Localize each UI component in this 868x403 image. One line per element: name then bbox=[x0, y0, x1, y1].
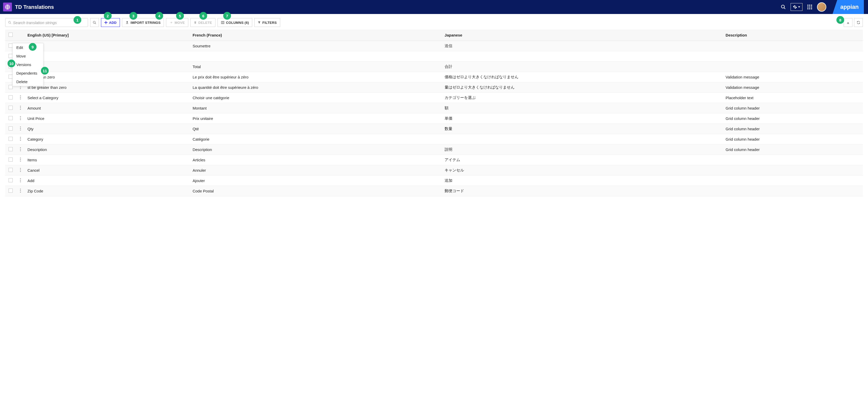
col-header-primary[interactable]: English (US) [Primary] bbox=[25, 30, 190, 41]
cell-description[interactable] bbox=[723, 62, 863, 72]
row-menu-button[interactable] bbox=[20, 116, 21, 120]
cell-primary[interactable]: Select a Category bbox=[25, 93, 190, 103]
cell-japanese[interactable]: 数量 bbox=[442, 124, 723, 134]
col-header-french[interactable]: French (France) bbox=[190, 30, 442, 41]
cell-french[interactable]: Le prix doit être supérieur à zéro bbox=[190, 72, 442, 82]
select-all-checkbox[interactable] bbox=[8, 33, 13, 37]
row-checkbox[interactable] bbox=[8, 54, 13, 58]
cell-primary[interactable]: Category bbox=[25, 134, 190, 145]
cell-japanese[interactable]: 追加 bbox=[442, 176, 723, 186]
cell-japanese[interactable]: アイテム bbox=[442, 155, 723, 165]
cell-japanese[interactable]: カテゴリーを選ぶ bbox=[442, 93, 723, 103]
menu-item-versions[interactable]: Versions bbox=[13, 60, 43, 69]
row-checkbox[interactable] bbox=[8, 137, 13, 141]
row-checkbox[interactable] bbox=[8, 95, 13, 99]
cell-french[interactable]: Annuler bbox=[190, 165, 442, 176]
cell-description[interactable]: Grid column header bbox=[723, 124, 863, 134]
cell-japanese[interactable]: 合計 bbox=[442, 62, 723, 72]
cell-french[interactable]: Choisir une catégorie bbox=[190, 93, 442, 103]
cell-primary[interactable]: reater than zero bbox=[25, 72, 190, 82]
cell-japanese[interactable]: 郵便コード bbox=[442, 186, 723, 196]
row-checkbox[interactable] bbox=[8, 116, 13, 120]
menu-item-dependents[interactable]: Dependents bbox=[13, 69, 43, 78]
download-button[interactable] bbox=[844, 18, 852, 27]
cell-description[interactable]: Validation message bbox=[723, 82, 863, 93]
row-checkbox[interactable] bbox=[8, 43, 13, 48]
cell-description[interactable] bbox=[723, 186, 863, 196]
cell-description[interactable] bbox=[723, 41, 863, 51]
cell-description[interactable]: Validation message bbox=[723, 72, 863, 82]
menu-item-delete[interactable]: Delete bbox=[13, 78, 43, 86]
row-checkbox[interactable] bbox=[8, 74, 13, 79]
cell-french[interactable]: Articles bbox=[190, 155, 442, 165]
row-checkbox[interactable] bbox=[8, 85, 13, 89]
cell-description[interactable]: Grid column header bbox=[723, 114, 863, 124]
header-search-button[interactable] bbox=[779, 2, 788, 12]
cell-french[interactable]: Soumettre bbox=[190, 41, 442, 51]
search-submit-button[interactable] bbox=[90, 18, 99, 27]
row-menu-button[interactable] bbox=[20, 95, 21, 99]
row-checkbox[interactable] bbox=[8, 178, 13, 182]
row-menu-button[interactable] bbox=[20, 178, 21, 182]
cell-japanese[interactable]: 説明 bbox=[442, 145, 723, 155]
cell-french[interactable]: Catégorie bbox=[190, 134, 442, 145]
user-avatar[interactable] bbox=[817, 2, 826, 12]
cell-japanese[interactable] bbox=[442, 51, 723, 62]
cell-japanese[interactable] bbox=[442, 134, 723, 145]
row-checkbox[interactable] bbox=[8, 106, 13, 110]
row-menu-button[interactable] bbox=[20, 189, 21, 193]
cell-french[interactable]: Qté bbox=[190, 124, 442, 134]
row-checkbox[interactable] bbox=[8, 189, 13, 193]
cell-primary[interactable]: Cancel bbox=[25, 165, 190, 176]
cell-description[interactable] bbox=[723, 51, 863, 62]
cell-french[interactable] bbox=[190, 51, 442, 62]
filters-button[interactable]: FILTERS bbox=[254, 18, 280, 27]
row-menu-button[interactable] bbox=[20, 157, 21, 162]
cell-description[interactable] bbox=[723, 176, 863, 186]
cell-japanese[interactable]: キャンセル bbox=[442, 165, 723, 176]
cell-primary[interactable]: Items bbox=[25, 155, 190, 165]
cell-primary[interactable]: Qty bbox=[25, 124, 190, 134]
cell-japanese[interactable]: 送信 bbox=[442, 41, 723, 51]
row-menu-button[interactable] bbox=[20, 106, 21, 110]
cell-description[interactable]: Grid column header bbox=[723, 145, 863, 155]
settings-dropdown-button[interactable] bbox=[790, 3, 803, 11]
move-button[interactable]: MOVE bbox=[166, 18, 188, 27]
menu-item-move[interactable]: Move bbox=[13, 52, 43, 60]
cell-primary[interactable]: Submit bbox=[25, 41, 190, 51]
cell-primary[interactable]: Unit Price bbox=[25, 114, 190, 124]
cell-japanese[interactable]: 量はゼロより大きくなければなりません bbox=[442, 82, 723, 93]
add-button[interactable]: ADD bbox=[101, 18, 120, 27]
cell-description[interactable]: Placeholder text bbox=[723, 93, 863, 103]
cell-french[interactable]: La quantité doit être supérieure à zéro bbox=[190, 82, 442, 93]
cell-primary[interactable]: m bbox=[25, 51, 190, 62]
cell-french[interactable]: Prix unitaire bbox=[190, 114, 442, 124]
row-checkbox[interactable] bbox=[8, 157, 13, 162]
row-checkbox[interactable] bbox=[8, 147, 13, 151]
row-menu-button[interactable] bbox=[20, 168, 21, 172]
col-header-description[interactable]: Description bbox=[723, 30, 863, 41]
cell-description[interactable] bbox=[723, 155, 863, 165]
row-checkbox[interactable] bbox=[8, 126, 13, 130]
menu-item-edit[interactable]: Edit bbox=[13, 43, 43, 52]
row-menu-button[interactable] bbox=[20, 147, 21, 151]
cell-japanese[interactable]: 額 bbox=[442, 103, 723, 114]
cell-primary[interactable]: Add bbox=[25, 176, 190, 186]
col-header-japanese[interactable]: Japanese bbox=[442, 30, 723, 41]
cell-french[interactable]: Total bbox=[190, 62, 442, 72]
cell-french[interactable]: Code Postal bbox=[190, 186, 442, 196]
cell-french[interactable]: Description bbox=[190, 145, 442, 155]
cell-japanese[interactable]: 価格はゼロより大きくなければなりません bbox=[442, 72, 723, 82]
row-menu-button[interactable] bbox=[20, 137, 21, 141]
cell-primary[interactable]: Description bbox=[25, 145, 190, 155]
cell-french[interactable]: Montant bbox=[190, 103, 442, 114]
row-menu-button[interactable] bbox=[20, 126, 21, 130]
cell-primary[interactable]: st be greater than zero bbox=[25, 82, 190, 93]
apps-grid-button[interactable] bbox=[805, 2, 814, 12]
cell-primary[interactable]: Amount bbox=[25, 103, 190, 114]
cell-french[interactable]: Ajouter bbox=[190, 176, 442, 186]
columns-button[interactable]: COLUMNS (6) bbox=[218, 18, 252, 27]
cell-description[interactable] bbox=[723, 165, 863, 176]
cell-primary[interactable]: Zip Code bbox=[25, 186, 190, 196]
row-checkbox[interactable] bbox=[8, 168, 13, 172]
